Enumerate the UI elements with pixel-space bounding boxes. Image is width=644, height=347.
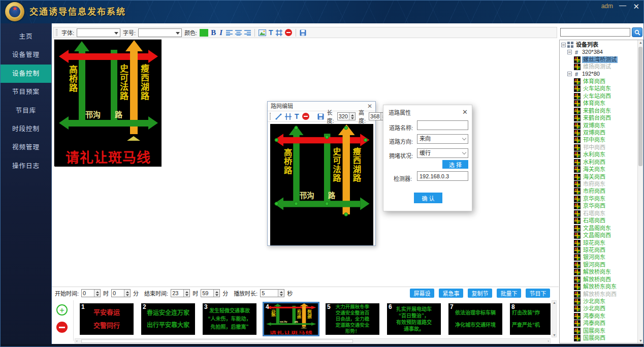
menu-item-device-management[interactable]: 设备管理	[1, 46, 51, 64]
tree-item[interactable]: 沙北岗西	[560, 305, 643, 312]
scroll-down-icon[interactable]: ▼	[553, 333, 556, 337]
road-tool-icon[interactable]	[276, 28, 282, 37]
tree-item[interactable]: 琼花岗东	[560, 239, 643, 246]
menu-item-device-control[interactable]: 设备控制	[1, 65, 51, 83]
copy-program-button[interactable]: 复制节目	[468, 289, 492, 298]
road-name-input[interactable]	[417, 120, 468, 130]
add-page-button[interactable]: +	[56, 304, 68, 316]
scroll-down-icon[interactable]: ▼	[639, 339, 642, 342]
scroll-up-icon[interactable]: ▲	[553, 301, 556, 304]
send-program-button[interactable]: 节目下发	[526, 289, 550, 298]
tree-item[interactable]: 来鹤台岗东	[560, 107, 643, 114]
tree-item[interactable]: 体育岗西	[560, 78, 643, 85]
edit-handle[interactable]	[294, 202, 298, 206]
search-button[interactable]	[632, 27, 642, 37]
draw-line-icon[interactable]	[275, 112, 282, 121]
minimize-button[interactable]: —	[619, 1, 626, 9]
tree-item[interactable]: 来鹤台岗西	[560, 114, 643, 121]
menu-item-program-library[interactable]: 节目库	[1, 102, 51, 120]
close-icon[interactable]: ✕	[462, 108, 468, 116]
remove-page-button[interactable]	[56, 322, 68, 333]
tree-item[interactable]: 邗中岗西	[560, 144, 643, 151]
playlist-item-1[interactable]: 1 平安春运 交警同行	[80, 303, 134, 335]
tree-item[interactable]: 双博岗西	[560, 129, 643, 136]
playlist-item-2[interactable]: 2 春运安全连万家 出行平安靠大家	[141, 303, 195, 335]
tree-item[interactable]: 石塔岗西	[560, 217, 643, 225]
tree-item[interactable]: 琼花岗西	[560, 246, 643, 254]
align-right-icon[interactable]	[244, 28, 251, 37]
tree-item[interactable]: 体育岗东	[560, 100, 643, 107]
tree-item[interactable]: 邗中岗东	[560, 137, 643, 144]
length-spinner[interactable]: 320	[337, 112, 356, 120]
tree-collapse-icon[interactable]	[567, 50, 572, 54]
tree-collapse-icon[interactable]	[561, 43, 566, 47]
close-button[interactable]: ✕	[633, 2, 639, 11]
led-preview-canvas[interactable]: 高桥路 史可法路 瘦西湖路 邗沟 路 请礼让斑马线	[54, 39, 162, 167]
tree-item[interactable]: 解放桥东岗东	[560, 283, 643, 290]
scroll-right-icon[interactable]: ›	[548, 339, 549, 343]
tree-item[interactable]: 市府岗东	[560, 180, 643, 187]
scroll-up-icon[interactable]: ▲	[639, 41, 642, 44]
tree-item[interactable]: 320*384	[560, 48, 643, 55]
playlist-item-6[interactable]: 6 扎实开展电动车 “百日整治”， 有效预防道路交 通事故。	[387, 303, 441, 335]
tree-scrollbar[interactable]: ▲ ▼	[637, 40, 643, 343]
italic-button[interactable]: I	[218, 28, 223, 37]
edit-handle[interactable]	[344, 212, 348, 216]
playlist-item-5[interactable]: 5 大力开展秋冬季 交通安全整治百 日会战，全力稳 定道路交通安全 形势！	[326, 303, 379, 335]
tree-item[interactable]: 银河岗西	[560, 261, 643, 268]
edit-handle[interactable]	[294, 126, 298, 130]
delete-tool-icon[interactable]	[285, 28, 292, 37]
align-left-icon[interactable]	[226, 28, 233, 37]
duration-spinner[interactable]: 5	[260, 289, 284, 297]
color-swatch[interactable]	[200, 29, 208, 37]
tree-item[interactable]: 维扬岗测试	[560, 63, 643, 70]
edit-handle[interactable]	[275, 202, 279, 206]
insert-image-icon[interactable]	[259, 28, 266, 37]
playlist-item-4-selected[interactable]: 4	[264, 303, 318, 335]
font-select[interactable]	[77, 28, 120, 37]
edit-handle[interactable]	[344, 126, 348, 130]
tree-item[interactable]: 解放桥岗东	[560, 269, 643, 276]
tree-item[interactable]: 水利岗西	[560, 159, 643, 166]
editor-canvas[interactable]: 高桥路 史可法路 瘦西湖路 邗沟 路	[270, 124, 373, 245]
save-icon[interactable]	[300, 28, 306, 37]
detector-input[interactable]	[417, 171, 468, 181]
tree-item[interactable]: 解放桥东岗西	[560, 291, 643, 298]
confirm-button[interactable]: 确 认	[414, 193, 442, 203]
playlist-item-3[interactable]: 3 发生轻微交通事故 “人未伤，车能动， 先拍照，后撤离”	[203, 303, 256, 335]
menu-item-time-control[interactable]: 时段控制	[1, 120, 51, 138]
save-icon[interactable]	[317, 112, 324, 121]
edit-handle[interactable]	[325, 135, 329, 139]
tree-item[interactable]: 海关岗西	[560, 173, 643, 180]
text-tool-icon[interactable]: T	[269, 28, 273, 37]
road-tool-icon[interactable]	[285, 112, 292, 121]
playlist-horizontal-scrollbar[interactable]: ‹ ›	[75, 338, 551, 343]
delete-tool-icon[interactable]	[302, 112, 309, 121]
menu-item-operation-log[interactable]: 操作日志	[1, 157, 51, 175]
batch-send-button[interactable]: 批量下发	[497, 289, 521, 298]
tree-item[interactable]: 石塔岗东	[560, 210, 643, 217]
tree-item[interactable]: 火车站岗西	[560, 92, 643, 100]
align-center-icon[interactable]	[235, 28, 242, 37]
tree-item[interactable]: 京华岗东	[560, 195, 643, 202]
tree-item[interactable]: 双博岗东	[560, 122, 643, 129]
tree-item[interactable]: 文昌阁岗西	[560, 232, 643, 239]
edit-handle[interactable]	[364, 138, 368, 142]
emergency-event-button[interactable]: 紧急事件	[439, 289, 463, 298]
edit-handle[interactable]	[275, 138, 279, 142]
tree-item[interactable]: 解放桥岗西	[560, 276, 643, 283]
toolbar-grip[interactable]	[270, 113, 271, 120]
end-hour-spinner[interactable]: 23	[171, 289, 190, 297]
tree-item[interactable]: 192*80	[560, 71, 643, 78]
tree-item[interactable]: 设备列表	[560, 41, 643, 48]
tree-item[interactable]: 京华岗西	[560, 203, 643, 210]
scrollbar-thumb[interactable]	[81, 339, 353, 343]
tree-item[interactable]: 螺丝湾桥测试	[560, 56, 643, 63]
edit-handle[interactable]	[325, 202, 329, 206]
playlist-item-7[interactable]: 7 依法治理非标车辆 净化城市交通环境	[448, 303, 502, 335]
scroll-left-icon[interactable]: ‹	[76, 339, 78, 343]
road-direction-select[interactable]: 来向	[417, 134, 468, 144]
menu-item-video-management[interactable]: 视频管理	[1, 138, 51, 156]
tree-item[interactable]: 鸿泰岗西	[560, 320, 643, 327]
select-button[interactable]: 选 择	[442, 160, 468, 169]
